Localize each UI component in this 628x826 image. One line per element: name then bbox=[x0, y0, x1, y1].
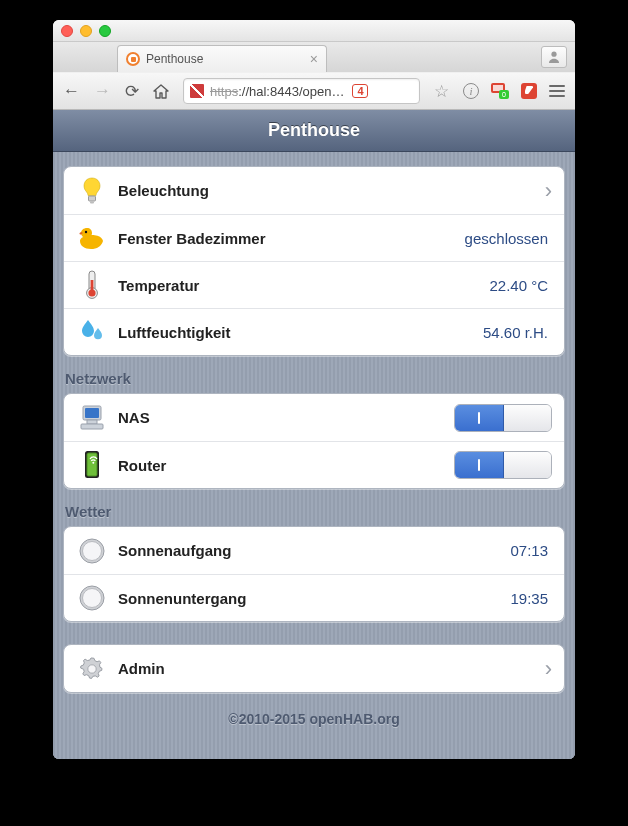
toggle-on-indicator bbox=[455, 405, 504, 431]
svg-rect-10 bbox=[87, 420, 97, 424]
reload-button[interactable]: ⟳ bbox=[125, 81, 139, 102]
insecure-lock-icon bbox=[190, 84, 204, 98]
favicon-icon bbox=[126, 52, 140, 66]
chevron-right-icon: › bbox=[545, 658, 552, 680]
group-admin: Admin › bbox=[63, 644, 565, 693]
row-label: Router bbox=[118, 457, 166, 474]
menu-button[interactable] bbox=[549, 85, 565, 97]
bookmark-star-icon[interactable]: ☆ bbox=[434, 81, 449, 102]
row-beleuchtung[interactable]: Beleuchtung › bbox=[64, 167, 564, 214]
row-sonnenaufgang[interactable]: Sonnenaufgang 07:13 bbox=[64, 527, 564, 574]
row-fenster-badezimmer[interactable]: Fenster Badezimmer geschlossen bbox=[64, 214, 564, 261]
row-value: 19:35 bbox=[510, 590, 552, 607]
row-label: Fenster Badezimmer bbox=[118, 230, 266, 247]
svg-point-3 bbox=[85, 231, 87, 233]
row-value: 54.60 r.H. bbox=[483, 324, 552, 341]
clock-icon bbox=[76, 535, 108, 567]
home-button[interactable] bbox=[153, 84, 169, 99]
browser-tab[interactable]: Penthouse × bbox=[117, 45, 327, 72]
row-label: Luftfeuchtigkeit bbox=[118, 324, 231, 341]
extension-flag-icon[interactable]: 0 bbox=[491, 83, 509, 99]
forward-button[interactable]: → bbox=[94, 81, 111, 101]
duck-icon bbox=[76, 222, 108, 254]
group-network: NAS Router bbox=[63, 393, 565, 489]
row-luftfeuchtigkeit[interactable]: Luftfeuchtigkeit 54.60 r.H. bbox=[64, 308, 564, 355]
bulb-icon bbox=[76, 175, 108, 207]
svg-rect-9 bbox=[85, 408, 99, 418]
address-bar[interactable]: https://hal:8443/open… 4 bbox=[183, 78, 420, 104]
group-main: Beleuchtung › Fenster Badezimmer geschlo… bbox=[63, 166, 565, 356]
svg-rect-11 bbox=[81, 424, 103, 429]
footer-text: ©2010-2015 openHAB.org bbox=[63, 693, 565, 759]
group-title-network: Netzwerk bbox=[65, 370, 563, 387]
tab-title: Penthouse bbox=[146, 52, 203, 66]
row-value: 22.40 °C bbox=[489, 277, 552, 294]
row-router: Router bbox=[64, 441, 564, 488]
page-viewport: Penthouse Beleuchtung › Fenster Badezimm… bbox=[53, 110, 575, 759]
group-title-weather: Wetter bbox=[65, 503, 563, 520]
clock-icon bbox=[76, 582, 108, 614]
row-label: Sonnenaufgang bbox=[118, 542, 231, 559]
gear-icon bbox=[76, 653, 108, 685]
toggle-router[interactable] bbox=[454, 451, 552, 479]
row-label: Temperatur bbox=[118, 277, 199, 294]
svg-point-14 bbox=[92, 462, 94, 464]
info-icon[interactable]: i bbox=[463, 83, 479, 99]
row-value: geschlossen bbox=[465, 230, 552, 247]
toggle-on-indicator bbox=[455, 452, 504, 478]
titlebar bbox=[53, 20, 575, 42]
chevron-right-icon: › bbox=[545, 180, 552, 202]
window-controls bbox=[61, 25, 111, 37]
url-text: https://hal:8443/open… bbox=[210, 84, 344, 99]
notification-badge[interactable]: 4 bbox=[352, 84, 368, 98]
profile-button[interactable] bbox=[541, 46, 567, 68]
page-title: Penthouse bbox=[53, 110, 575, 152]
browser-toolbar: ← → ⟳ https://hal:8443/open… 4 ☆ i 0 bbox=[53, 72, 575, 110]
group-weather: Sonnenaufgang 07:13 Sonnenuntergang 19:3… bbox=[63, 526, 565, 622]
nas-icon bbox=[76, 402, 108, 434]
row-temperatur[interactable]: Temperatur 22.40 °C bbox=[64, 261, 564, 308]
close-window-button[interactable] bbox=[61, 25, 73, 37]
row-label: Sonnenuntergang bbox=[118, 590, 246, 607]
row-label: NAS bbox=[118, 409, 150, 426]
maximize-window-button[interactable] bbox=[99, 25, 111, 37]
minimize-window-button[interactable] bbox=[80, 25, 92, 37]
page-content: Beleuchtung › Fenster Badezimmer geschlo… bbox=[53, 152, 575, 759]
adblock-icon[interactable] bbox=[521, 83, 537, 99]
toggle-nas[interactable] bbox=[454, 404, 552, 432]
svg-point-7 bbox=[88, 289, 95, 296]
back-button[interactable]: ← bbox=[63, 81, 80, 101]
svg-point-0 bbox=[551, 52, 556, 57]
humidity-icon bbox=[76, 316, 108, 348]
svg-rect-1 bbox=[89, 196, 96, 201]
row-admin[interactable]: Admin › bbox=[64, 645, 564, 692]
row-label: Beleuchtung bbox=[118, 182, 209, 199]
tab-bar: Penthouse × bbox=[53, 42, 575, 72]
router-icon bbox=[76, 449, 108, 481]
svg-rect-13 bbox=[87, 453, 97, 476]
row-label: Admin bbox=[118, 660, 165, 677]
browser-window: Penthouse × ← → ⟳ https://hal:8443/open…… bbox=[53, 20, 575, 759]
tab-close-button[interactable]: × bbox=[310, 52, 318, 66]
toggle-off-side bbox=[504, 452, 552, 478]
row-value: 07:13 bbox=[510, 542, 552, 559]
svg-point-23 bbox=[88, 664, 96, 672]
row-sonnenuntergang[interactable]: Sonnenuntergang 19:35 bbox=[64, 574, 564, 621]
svg-rect-2 bbox=[90, 201, 94, 203]
row-nas: NAS bbox=[64, 394, 564, 441]
toggle-off-side bbox=[504, 405, 552, 431]
thermometer-icon bbox=[76, 269, 108, 301]
